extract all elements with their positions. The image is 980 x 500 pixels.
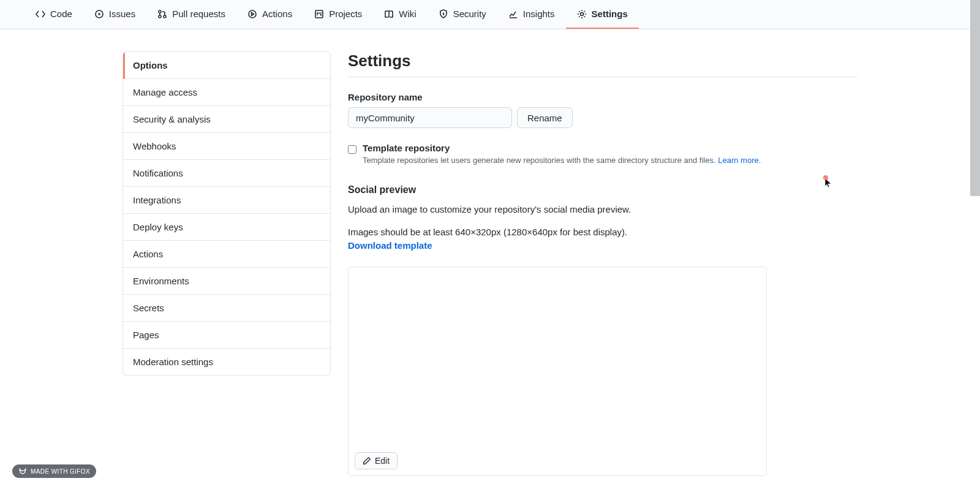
sidebar-item-label: Security & analysis [133,114,211,124]
tab-label: Insights [523,9,555,19]
tab-insights[interactable]: Insights [497,0,566,29]
template-repo-sub-text: Template repositories let users generate… [363,156,718,165]
tab-wiki[interactable]: Wiki [373,0,427,29]
sidebar-item-webhooks[interactable]: Webhooks [123,133,330,160]
sidebar-item-label: Environments [133,276,189,286]
svg-point-2 [159,10,161,13]
sidebar-item-notifications[interactable]: Notifications [123,160,330,187]
social-preview-box: Edit [348,267,767,476]
sidebar-item-label: Notifications [133,168,183,178]
svg-point-3 [159,15,161,18]
download-template-link[interactable]: Download template [348,240,432,251]
tab-projects[interactable]: Projects [303,0,373,29]
social-preview-line2-block: Images should be at least 640×320px (128… [348,225,858,253]
tab-settings[interactable]: Settings [566,0,639,29]
social-preview-heading: Social preview [348,184,858,195]
sidebar-item-pages[interactable]: Pages [123,322,330,349]
page-title: Settings [348,51,858,77]
tab-label: Actions [262,9,292,19]
tab-actions[interactable]: Actions [236,0,303,29]
repo-name-input[interactable] [348,107,512,128]
sidebar-item-label: Options [133,60,168,70]
sidebar-item-label: Pages [133,330,159,340]
svg-point-7 [443,13,443,13]
template-repo-row: Template repository Template repositorie… [348,143,858,165]
tab-issues[interactable]: Issues [83,0,146,29]
tab-label: Settings [592,9,628,19]
tab-label: Security [453,9,486,19]
sidebar-item-integrations[interactable]: Integrations [123,187,330,214]
sidebar-item-deploy-keys[interactable]: Deploy keys [123,214,330,241]
sidebar-item-environments[interactable]: Environments [123,268,330,295]
sidebar-item-label: Actions [133,249,163,259]
gear-icon [577,9,587,19]
social-preview-line2: Images should be at least 640×320px (128… [348,227,627,237]
tab-code[interactable]: Code [24,0,83,29]
gifox-badge: MADE WITH GIFOX [12,464,96,478]
tab-label: Code [50,9,72,19]
sidebar-item-secrets[interactable]: Secrets [123,295,330,322]
template-repo-checkbox[interactable] [348,145,356,154]
learn-more-link[interactable]: Learn more [718,156,758,165]
code-icon [36,9,45,19]
sidebar-item-label: Webhooks [133,141,176,151]
edit-button-label: Edit [375,456,390,466]
pencil-icon [363,456,371,465]
book-icon [384,9,394,19]
page-body: Options Manage access Security & analysi… [98,29,882,498]
graph-icon [508,9,518,19]
sidebar-item-label: Secrets [133,303,164,313]
sidebar-item-label: Deploy keys [133,222,183,232]
gifox-badge-label: MADE WITH GIFOX [31,468,90,475]
repo-name-row: Rename [348,107,858,128]
sidebar-item-moderation[interactable]: Moderation settings [123,349,330,375]
fox-icon [18,467,27,475]
svg-point-4 [164,15,166,18]
play-icon [247,9,257,19]
svg-point-5 [249,10,256,18]
tab-pull-requests[interactable]: Pull requests [146,0,236,29]
sidebar-item-label: Manage access [133,87,197,97]
shield-icon [439,9,448,19]
sidebar-item-label: Moderation settings [133,357,213,367]
tab-label: Projects [329,9,362,19]
tab-label: Wiki [399,9,416,19]
scrollbar[interactable] [970,0,980,196]
tab-label: Issues [109,9,135,19]
pr-icon [157,9,167,19]
tab-security[interactable]: Security [428,0,497,29]
tab-label: Pull requests [172,9,225,19]
settings-menu: Options Manage access Security & analysi… [123,51,331,376]
svg-point-8 [580,12,583,15]
social-preview-line1: Upload an image to customize your reposi… [348,203,858,217]
settings-sidebar: Options Manage access Security & analysi… [123,51,331,476]
sidebar-item-security-analysis[interactable]: Security & analysis [123,106,330,133]
sidebar-item-manage-access[interactable]: Manage access [123,79,330,106]
project-icon [314,9,324,19]
svg-point-1 [99,13,100,15]
edit-preview-button[interactable]: Edit [355,452,398,469]
rename-button[interactable]: Rename [517,107,573,128]
sidebar-item-actions[interactable]: Actions [123,241,330,268]
sidebar-item-options[interactable]: Options [123,52,330,79]
repo-tabs: Code Issues Pull requests Actions Projec… [0,0,980,29]
settings-main: Settings Repository name Rename Template… [348,51,858,476]
repo-name-label: Repository name [348,92,858,102]
issue-icon [94,9,104,19]
template-repo-label: Template repository [363,143,761,153]
sidebar-item-label: Integrations [133,195,181,205]
template-repo-sub: Template repositories let users generate… [363,156,761,165]
